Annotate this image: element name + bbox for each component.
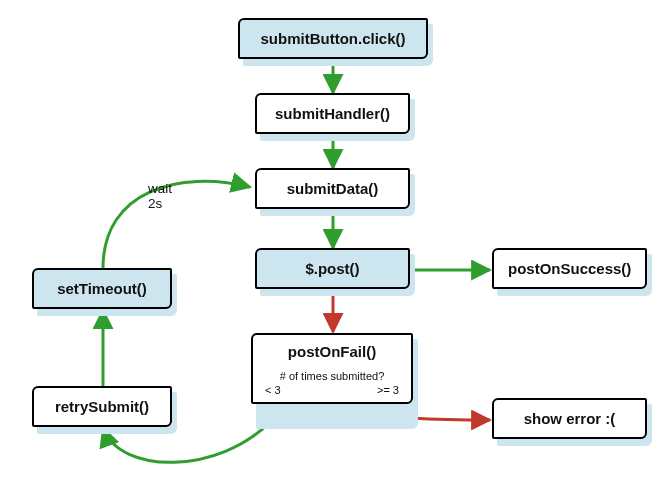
fail-branch-gte3: >= 3 xyxy=(377,384,399,396)
node-show-error: show error :( xyxy=(492,398,647,439)
node-label: $.post() xyxy=(305,260,359,277)
node-label: setTimeout() xyxy=(57,280,147,297)
node-retry-submit: retrySubmit() xyxy=(32,386,172,427)
fail-decision-text: # of times submitted? xyxy=(265,370,399,382)
annotation-line: wait xyxy=(148,181,172,196)
annotation-line: 2s xyxy=(148,196,162,211)
edge-settimeout-to-submitdata xyxy=(103,181,250,268)
node-label: postOnSuccess() xyxy=(508,260,631,277)
node-label: show error :( xyxy=(524,410,616,427)
node-jq-post: $.post() xyxy=(255,248,410,289)
node-label: retrySubmit() xyxy=(55,398,149,415)
flowchart-canvas: submitButton.click() submitHandler() sub… xyxy=(0,0,660,500)
node-label: submitHandler() xyxy=(275,105,390,122)
fail-branch-lt3: < 3 xyxy=(265,384,281,396)
node-label: submitData() xyxy=(287,180,379,197)
annotation-wait-2s: wait 2s xyxy=(148,182,172,212)
node-label: submitButton.click() xyxy=(261,30,406,47)
node-set-timeout: setTimeout() xyxy=(32,268,172,309)
node-post-on-success: postOnSuccess() xyxy=(492,248,647,289)
node-post-on-fail: postOnFail() # of times submitted? < 3 >… xyxy=(251,333,413,404)
node-submit-data: submitData() xyxy=(255,168,410,209)
node-submit-button-click: submitButton.click() xyxy=(238,18,428,59)
edge-fail-to-showerror xyxy=(411,418,490,420)
node-label: postOnFail() xyxy=(288,343,376,360)
node-submit-handler: submitHandler() xyxy=(255,93,410,134)
